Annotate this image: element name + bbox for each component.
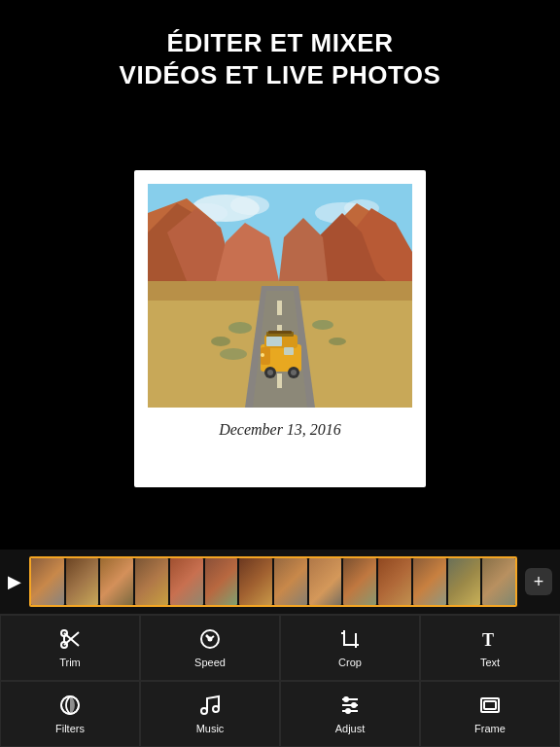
frame-button[interactable]: Frame — [420, 681, 560, 747]
polaroid-caption: December 13, 2016 — [148, 417, 412, 439]
svg-rect-30 — [284, 347, 294, 355]
trim-button[interactable]: Trim — [0, 615, 140, 681]
film-cell[interactable] — [100, 558, 133, 605]
header-title: ÉDITER ET MIXER VIDÉOS ET LIVE PHOTOS — [39, 27, 521, 90]
svg-point-49 — [201, 708, 207, 714]
filters-icon — [58, 694, 82, 717]
svg-point-56 — [346, 709, 350, 713]
svg-rect-58 — [484, 701, 496, 709]
polaroid-card: December 13, 2016 — [134, 170, 426, 487]
film-cell[interactable] — [413, 558, 446, 605]
svg-text:T: T — [482, 630, 494, 650]
timeline: ▶ + — [0, 550, 560, 614]
crop-label: Crop — [338, 657, 362, 668]
header: ÉDITER ET MIXER VIDÉOS ET LIVE PHOTOS — [0, 0, 560, 108]
svg-point-36 — [261, 353, 264, 357]
svg-rect-18 — [277, 301, 282, 315]
adjust-button[interactable]: Adjust — [280, 681, 420, 747]
svg-point-55 — [352, 703, 356, 707]
film-cell[interactable] — [31, 558, 64, 605]
film-cell[interactable] — [135, 558, 168, 605]
polaroid-wrapper: December 13, 2016 — [0, 108, 560, 550]
svg-rect-38 — [268, 331, 292, 334]
svg-point-54 — [344, 697, 348, 701]
text-icon: T — [478, 627, 502, 651]
svg-point-25 — [312, 320, 333, 330]
trim-icon — [58, 627, 82, 651]
svg-point-35 — [291, 370, 297, 375]
text-label: Text — [480, 657, 500, 668]
film-cell[interactable] — [170, 558, 203, 605]
svg-point-50 — [213, 706, 219, 712]
film-cell[interactable] — [66, 558, 99, 605]
svg-point-23 — [211, 337, 230, 346]
toolbar-row-2: Filters Music Adjust — [0, 681, 560, 747]
film-cell[interactable] — [274, 558, 307, 605]
speed-label: Speed — [194, 657, 226, 668]
header-line2: VIDÉOS ET LIVE PHOTOS — [120, 60, 441, 89]
filters-label: Filters — [55, 723, 85, 734]
svg-rect-29 — [266, 337, 282, 346]
svg-rect-21 — [277, 374, 282, 388]
film-cell[interactable] — [239, 558, 272, 605]
speed-icon — [198, 627, 222, 651]
svg-point-45 — [209, 638, 212, 641]
crop-icon — [338, 627, 362, 651]
film-cell[interactable] — [448, 558, 481, 605]
add-clip-button[interactable]: + — [525, 568, 552, 595]
svg-point-26 — [329, 338, 346, 345]
film-cell[interactable] — [309, 558, 342, 605]
speed-button[interactable]: Speed — [140, 615, 280, 681]
polaroid-image — [148, 184, 412, 408]
play-button[interactable]: ▶ — [8, 571, 21, 592]
filmstrip[interactable] — [29, 556, 517, 607]
frame-label: Frame — [474, 723, 506, 734]
trim-label: Trim — [59, 657, 81, 668]
svg-point-33 — [267, 370, 273, 375]
music-button[interactable]: Music — [140, 681, 280, 747]
adjust-label: Adjust — [335, 723, 366, 734]
film-cell[interactable] — [482, 558, 515, 605]
music-icon — [198, 694, 222, 717]
svg-point-24 — [220, 348, 247, 360]
text-button[interactable]: T Text — [420, 615, 560, 681]
svg-point-22 — [228, 322, 252, 334]
film-cell[interactable] — [205, 558, 238, 605]
filters-button[interactable]: Filters — [0, 681, 140, 747]
adjust-icon — [338, 694, 362, 717]
film-cell[interactable] — [343, 558, 376, 605]
frame-icon — [478, 694, 502, 717]
music-label: Music — [196, 723, 225, 734]
toolbar-row-1: Trim Speed Crop T — [0, 615, 560, 681]
svg-point-3 — [230, 196, 269, 215]
crop-button[interactable]: Crop — [280, 615, 420, 681]
header-line1: ÉDITER ET MIXER — [167, 28, 394, 57]
toolbar: Trim Speed Crop T — [0, 614, 560, 747]
film-cell[interactable] — [378, 558, 411, 605]
